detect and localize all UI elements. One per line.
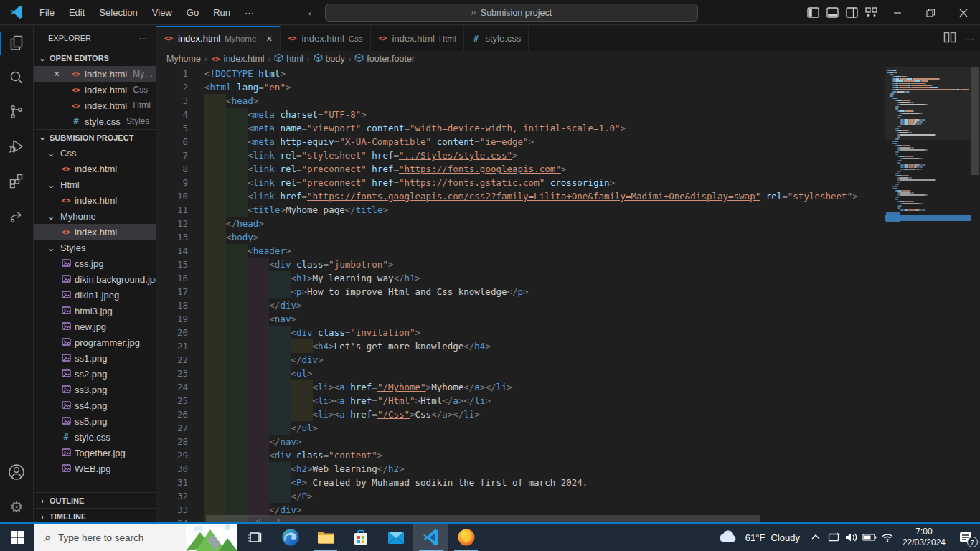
tree-file[interactable]: ss1.png — [34, 350, 156, 366]
editor-tab[interactable]: #style.css — [464, 26, 529, 51]
history-back-icon[interactable]: ← — [306, 6, 318, 19]
activitybar-search[interactable] — [0, 60, 34, 95]
tree-file[interactable]: <>index.html — [34, 161, 156, 176]
tree-folder[interactable]: ⌄Styles — [34, 240, 156, 255]
activitybar-run-and-debug[interactable] — [0, 129, 34, 164]
code-line[interactable]: 23 <ul> — [156, 367, 885, 380]
code-line[interactable]: 19 <nav> — [156, 312, 885, 326]
horizontal-scrollbar[interactable] — [206, 515, 760, 522]
tree-file[interactable]: dikin1.jpeg — [34, 287, 156, 303]
editor-tab[interactable]: <>index.htmlMyhome× — [156, 26, 281, 51]
breadcrumb-item[interactable]: body — [314, 53, 345, 65]
tree-file[interactable]: #style.css — [34, 429, 156, 445]
code-line[interactable]: 10 <link href="https://fonts.googleapis.… — [156, 189, 885, 203]
project-root-section[interactable]: ⌄ SUBMISION PROJECT — [34, 129, 156, 145]
open-editor-item[interactable]: #style.cssStyles — [34, 113, 156, 129]
menu-item-file[interactable]: File — [33, 4, 61, 21]
menu-item-run[interactable]: Run — [207, 4, 237, 21]
tree-file[interactable]: new.jpg — [34, 319, 156, 334]
tree-file[interactable]: ss2.png — [34, 366, 156, 382]
tree-file[interactable]: Together.jpg — [34, 445, 156, 461]
taskbar-mail[interactable] — [378, 524, 413, 551]
tree-file[interactable]: ss3.png — [34, 382, 156, 397]
tree-folder[interactable]: ⌄Myhome — [34, 208, 156, 224]
code-line[interactable]: 11 <title>Myhome page</title> — [156, 203, 885, 217]
code-line[interactable]: 15 <div class="jumbotron"> — [156, 258, 885, 271]
taskbar-clock[interactable]: 7:0022/03/2024 — [897, 527, 951, 548]
code-line[interactable]: 9 <link rel="preconnect" href="https://f… — [156, 176, 885, 189]
code-line[interactable]: 27 </ul> — [156, 421, 885, 435]
code-line[interactable]: 29 <div class="content"> — [156, 448, 885, 462]
code-line[interactable]: 2<html lang="en"> — [156, 80, 885, 94]
menu-item-selection[interactable]: Selection — [93, 4, 143, 21]
tree-folder[interactable]: ⌄Css — [34, 145, 156, 161]
minimap[interactable] — [885, 67, 980, 524]
menu-item-view[interactable]: View — [146, 4, 179, 21]
code-line[interactable]: 14 <header> — [156, 244, 885, 258]
tree-file[interactable]: <>index.html — [34, 192, 156, 208]
breadcrumb-item[interactable]: html — [274, 53, 303, 65]
taskbar-edge[interactable] — [273, 524, 308, 551]
breadcrumb-item[interactable]: <>index.html — [211, 54, 265, 64]
code-line[interactable]: 13 <body> — [156, 230, 885, 244]
tree-file[interactable]: ss4.png — [34, 397, 156, 413]
tree-file[interactable]: ss5.png — [34, 413, 156, 429]
close-button[interactable] — [947, 0, 980, 25]
tree-folder[interactable]: ⌄Html — [34, 176, 156, 192]
taskbar-vscode[interactable] — [413, 524, 448, 551]
tree-file[interactable]: programmer.jpg — [34, 334, 156, 350]
activitybar-settings[interactable]: ⚙ — [0, 489, 34, 524]
split-editor-icon[interactable] — [943, 31, 956, 46]
open-editor-item[interactable]: ×<>index.htmlMyho... — [34, 66, 156, 82]
rotation-lock-icon[interactable] — [825, 524, 843, 551]
outline-section[interactable]: › OUTLINE — [34, 492, 156, 508]
code-line[interactable]: 7 <link rel="stylesheet" href="../Styles… — [156, 149, 885, 162]
taskbar-search-input[interactable]: ⌕ Type here to search — [34, 524, 237, 551]
breadcrumb-item[interactable]: footer.footer — [354, 53, 415, 65]
activitybar-explorer[interactable] — [0, 26, 34, 60]
toggle-primary-sidebar-icon[interactable] — [804, 0, 823, 25]
open-editor-item[interactable]: <>index.htmlCss — [34, 82, 156, 98]
code-line[interactable]: 31 <P> Created by Muhamad sodikin the fi… — [156, 476, 885, 489]
taskbar-store[interactable] — [343, 524, 378, 551]
weather-widget[interactable]: 61°FCloudy — [711, 529, 807, 547]
code-line[interactable]: 24 <li><a href="/Myhome">Myhome</a></li> — [156, 380, 885, 394]
code-line[interactable]: 4 <meta charset="UTF-8"> — [156, 108, 885, 121]
code-line[interactable]: 20 <div class="invitation"> — [156, 326, 885, 339]
tree-file[interactable]: css.jpg — [34, 255, 156, 271]
volume-icon[interactable] — [843, 524, 861, 551]
open-editor-item[interactable]: <>index.htmlHtml — [34, 98, 156, 113]
tree-file[interactable]: <>index.html — [34, 224, 156, 240]
tree-file[interactable]: html3.jpg — [34, 303, 156, 319]
code-line[interactable]: 32 </P> — [156, 489, 885, 503]
tree-file[interactable]: dikin background.jpg — [34, 271, 156, 287]
code-line[interactable]: 21 <h4>Let's get more knowledge</h4> — [156, 339, 885, 353]
code-line[interactable]: 26 <li><a href="/Css">Css</a></li> — [156, 408, 885, 421]
more-actions-icon[interactable]: ··· — [965, 33, 974, 44]
close-tab-icon[interactable]: × — [266, 33, 272, 44]
tree-file[interactable]: WEB.jpg — [34, 461, 156, 476]
code-line[interactable]: 28 </nav> — [156, 435, 885, 448]
code-line[interactable]: 5 <meta name="viewport" content="width=d… — [156, 121, 885, 135]
restore-button[interactable] — [914, 0, 947, 25]
menu-item-[interactable]: ··· — [238, 4, 260, 21]
customize-layout-icon[interactable] — [862, 0, 881, 25]
vertical-scrollbar[interactable] — [971, 67, 979, 175]
editor-tab[interactable]: <>index.htmlHtml — [371, 26, 464, 51]
taskbar-task-view[interactable] — [237, 524, 273, 551]
code-line[interactable]: 22 </div> — [156, 353, 885, 367]
command-center-search[interactable]: ⌕ Submision project — [325, 4, 698, 22]
activitybar-source-control[interactable] — [0, 95, 34, 129]
minimap-slider[interactable] — [885, 67, 971, 140]
explorer-more-actions-icon[interactable]: ··· — [139, 34, 147, 42]
menu-item-go[interactable]: Go — [180, 4, 205, 21]
open-editors-section[interactable]: ⌄ OPEN EDITORS — [34, 50, 156, 66]
minimize-button[interactable] — [881, 0, 914, 25]
taskbar-firefox[interactable] — [448, 524, 484, 551]
code-line[interactable]: 17 <p>How to improve Html and Css knowle… — [156, 285, 885, 298]
battery-icon[interactable] — [861, 524, 879, 551]
activitybar-live-share[interactable] — [0, 198, 34, 232]
code-line[interactable]: 6 <meta http-equiv="X-UA-Compatible" con… — [156, 135, 885, 149]
menu-item-edit[interactable]: Edit — [62, 4, 91, 21]
toggle-panel-icon[interactable] — [823, 0, 842, 25]
